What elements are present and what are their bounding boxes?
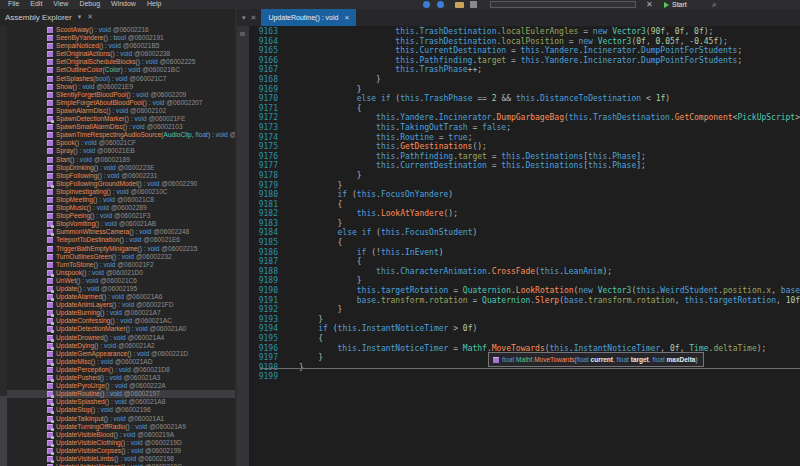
tree-item-SimpleForgetAboutBloodPool[interactable]: SimpleForgetAboutBloodPool() : void @060… — [0, 99, 235, 107]
code-line[interactable]: 9184 else if (this.FocusOnStudent) — [237, 228, 800, 238]
code-line[interactable]: 9193 } — [237, 315, 800, 325]
tree-item-Update[interactable]: Update() : void @06002195 — [0, 285, 235, 293]
code-line[interactable]: 9171 { — [237, 104, 800, 114]
tree-item-StopFollowingGroundModel[interactable]: StopFollowingGroundModel() : void @06002… — [0, 180, 235, 188]
toolbar-combobox[interactable] — [490, 1, 636, 8]
tree-item-SetOriginalScheduleBlocks[interactable]: SetOriginalScheduleBlocks() : void @0600… — [0, 58, 235, 66]
panel-menu-icon[interactable]: ▾ — [78, 9, 82, 25]
tree-item-Spook[interactable]: Spook() : void @060021CF — [0, 139, 235, 147]
tree-item-SetSplashes[interactable]: SetSplashes(bool) : void @060021C7 — [0, 75, 235, 83]
code-line[interactable]: 9191 base.transform.rotation = Quaternio… — [237, 296, 800, 306]
code-line[interactable]: 9186 if (!this.InEvent) — [237, 248, 800, 258]
tree-item-Start[interactable]: Start() : void @06002189 — [0, 156, 235, 164]
tree-item-UpdateMisc[interactable]: UpdateMisc() : void @060021AD — [0, 358, 235, 366]
tree-item-Spray[interactable]: Spray() : void @060021EB — [0, 147, 235, 155]
tree-item-TurnToStone[interactable]: TurnToStone() : void @060021F2 — [0, 261, 235, 269]
code-line[interactable]: 9167 this.TrashPhase++; — [237, 65, 800, 75]
code-line[interactable]: 9195 { — [237, 334, 800, 344]
tree-item-TurnOutlinesGreen[interactable]: TurnOutlinesGreen() : void @06002232 — [0, 253, 235, 261]
tree-item-UpdateVisibleClothing[interactable]: UpdateVisibleClothing() : void @0600219D — [0, 439, 235, 447]
code-line[interactable]: 9183 } — [237, 219, 800, 229]
tree-item-StopFollowing[interactable]: StopFollowing() : void @06002231 — [0, 172, 235, 180]
code-editor[interactable]: 9163 this.TrashDestination.localEulerAng… — [237, 26, 800, 466]
tree-item-Show[interactable]: Show() : void @060021E9 — [0, 83, 235, 91]
menu-item-file[interactable]: File — [8, 0, 19, 9]
tree-item-UpdateConfessing[interactable]: UpdateConfessing() : void @060021AC — [0, 317, 235, 325]
tree-item-SummonWitnessCamera[interactable]: SummonWitnessCamera() : void @06002248 — [0, 228, 235, 236]
code-line[interactable]: 9179 } — [237, 181, 800, 191]
tree-item-UpdateVisibleBlood[interactable]: UpdateVisibleBlood() : void @0600219A — [0, 431, 235, 439]
code-line[interactable]: 9173 this.TakingOutTrash = false; — [237, 123, 800, 133]
start-button[interactable]: Start — [664, 0, 687, 9]
code-line[interactable]: 9178 } — [237, 171, 800, 181]
tree-item-TeleportToDestination[interactable]: TeleportToDestination() : void @060021E6 — [0, 236, 235, 244]
code-line[interactable]: 9190 this.targetRotation = Quaternion.Lo… — [237, 286, 800, 296]
tab-updateroutine[interactable]: UpdateRoutine() : void × — [261, 9, 356, 26]
tree-item-SpawnDetectionMarker[interactable]: SpawnDetectionMarker() : void @060021FE — [0, 115, 235, 123]
code-line[interactable]: 9166 this.Pathfinding.target = this.Yand… — [237, 56, 800, 66]
code-line[interactable]: 9199 — [237, 372, 800, 382]
tree-item-UpdatePyroUrge[interactable]: UpdatePyroUrge() : void @0600222A — [0, 382, 235, 390]
clear-icon[interactable]: ✕ — [646, 0, 653, 9]
code-line[interactable]: 9175 this.GetDestinations(); — [237, 142, 800, 152]
tree-item-StopInvestigating[interactable]: StopInvestigating() : void @0600210C — [0, 188, 235, 196]
code-line[interactable]: 9170 else if (this.TrashPhase == 2 && th… — [237, 94, 800, 104]
tree-scrollbar[interactable] — [0, 26, 7, 466]
tree-item-UpdateGemAppearance[interactable]: UpdateGemAppearance() : void @0600221D — [0, 350, 235, 358]
code-line[interactable]: 9172 this.Yandere.Incinerator.DumpGarbag… — [237, 113, 800, 123]
tree-item-UpdateStop[interactable]: UpdateStop() : void @06002196 — [0, 406, 235, 414]
tree-item-UpdatePushed[interactable]: UpdatePushed() : void @060021A3 — [0, 374, 235, 382]
tree-item-StopPeeing[interactable]: StopPeeing() : void @060021F3 — [0, 212, 235, 220]
tree-item-SilentlyForgetBloodPool[interactable]: SilentlyForgetBloodPool() : void @060022… — [0, 91, 235, 99]
tree-item-UpdateTalkInput[interactable]: UpdateTalkInput() : void @060021A1 — [0, 415, 235, 423]
code-line[interactable]: 9176 this.Pathfinding.target = this.Dest… — [237, 152, 800, 162]
menu-item-view[interactable]: View — [53, 0, 68, 9]
tree-item-ScootAway[interactable]: ScootAway() : void @06002216 — [0, 26, 235, 34]
tree-item-UpdateVisibleLimbs[interactable]: UpdateVisibleLimbs() : void @06002198 — [0, 455, 235, 463]
code-line[interactable]: 9194 if (this.InstantNoticeTimer > 0f) — [237, 324, 800, 334]
tree-item-StopMeeting[interactable]: StopMeeting() : void @060021C8 — [0, 196, 235, 204]
menu-item-window[interactable]: Window — [111, 0, 136, 9]
tree-item-UpdateDrowned[interactable]: UpdateDrowned() : void @060021A4 — [0, 334, 235, 342]
tree-item-SetOutlineColor[interactable]: SetOutlineColor(Color) : void @060021BC — [0, 66, 235, 74]
menu-item-help[interactable]: Help — [147, 0, 161, 9]
tree-item-SpawnTimeRespectingAudioSource[interactable]: SpawnTimeRespectingAudioSource(AudioClip… — [0, 131, 235, 139]
code-line[interactable]: 9181 { — [237, 200, 800, 210]
tree-item-StopVomiting[interactable]: StopVomiting() : void @060021AB — [0, 220, 235, 228]
save-icon[interactable] — [470, 1, 477, 8]
nav-forward-icon[interactable] — [437, 1, 444, 8]
tree-item-UnWet[interactable]: UnWet() : void @060021C6 — [0, 277, 235, 285]
code-line[interactable]: 9182 this.LookAtYandere(); — [237, 209, 800, 219]
tree-item-SpawnSmallAlarmDisc[interactable]: SpawnSmallAlarmDisc() : void @06002103 — [0, 123, 235, 131]
tree-item-SeenByYandere[interactable]: SeenByYandere() : bool @06002191 — [0, 34, 235, 42]
code-line[interactable]: 9180 if (this.FocusOnYandere) — [237, 190, 800, 200]
code-line[interactable]: 9174 this.Routine = true; — [237, 133, 800, 143]
tree-item-UpdateVisibleCorpses[interactable]: UpdateVisibleCorpses() : void @06002199 — [0, 447, 235, 455]
panel-close-icon[interactable]: ✕ — [87, 9, 93, 25]
tree-item-Unspook[interactable]: Unspook() : void @060021D0 — [0, 269, 235, 277]
tab-list-dropdown-icon[interactable]: ▾ — [242, 14, 246, 22]
tree-item-TriggerBathEmptyMinigame[interactable]: TriggerBathEmptyMinigame() : void @06002… — [0, 245, 235, 253]
code-line[interactable]: 9185 { — [237, 238, 800, 248]
code-line[interactable]: 9163 this.TrashDestination.localEulerAng… — [237, 27, 800, 37]
tab-strip-close-icon[interactable]: ✕ — [251, 14, 257, 22]
code-line[interactable]: 9189 } — [237, 276, 800, 286]
tree-item-UpdateTurningOffRadio[interactable]: UpdateTurningOffRadio() : void @060021A9 — [0, 423, 235, 431]
nav-back-icon[interactable] — [423, 1, 430, 8]
tab-close-icon[interactable]: × — [344, 13, 349, 22]
code-line[interactable]: 9169 } — [237, 85, 800, 95]
tree-item-SenpaiNoticed[interactable]: SenpaiNoticed() : void @060021B5 — [0, 42, 235, 50]
tree-item-StopDrinking[interactable]: StopDrinking() : void @0600223E — [0, 164, 235, 172]
menu-item-edit[interactable]: Edit — [30, 0, 42, 9]
menu-item-debug[interactable]: Debug — [79, 0, 100, 9]
tree-item-UpdateRoutine[interactable]: UpdateRoutine() : void @06002197 — [0, 390, 235, 398]
tree-item-StopMusic[interactable]: StopMusic() : void @06002289 — [0, 204, 235, 212]
tree-item-UpdateDetectionMarker[interactable]: UpdateDetectionMarker() : void @060021A0 — [0, 325, 235, 333]
code-line[interactable]: 9168 } — [237, 75, 800, 85]
tree-scrollbar-thumb[interactable] — [0, 396, 7, 466]
code-line[interactable]: 9192 } — [237, 305, 800, 315]
tree-item-UpdateSplashed[interactable]: UpdateSplashed() : void @060021A8 — [0, 398, 235, 406]
tree-item-SpawnAlarmDisc[interactable]: SpawnAlarmDisc() : void @06002102 — [0, 107, 235, 115]
tree-item-UpdatePerception[interactable]: UpdatePerception() : void @060021D8 — [0, 366, 235, 374]
search-icon[interactable]: ⌕ — [712, 0, 716, 9]
